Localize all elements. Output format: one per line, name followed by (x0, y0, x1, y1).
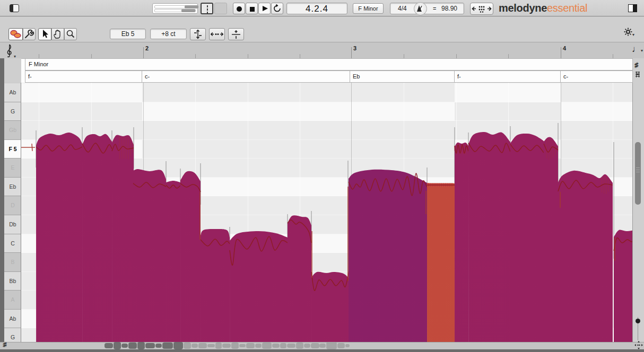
note-cents-field[interactable]: +8 ct (150, 29, 187, 39)
note-blob[interactable] (558, 171, 613, 342)
piano-key[interactable]: Ab (4, 310, 21, 329)
note-blob-body[interactable] (311, 272, 349, 342)
waveform-lump (337, 343, 345, 348)
metronome-click-button[interactable] (201, 3, 213, 14)
piano-key[interactable]: G (4, 328, 21, 342)
chord-cell[interactable]: c- (142, 71, 350, 83)
note-editor-grid[interactable] (21, 83, 633, 342)
wrench-tool-button[interactable] (23, 28, 36, 40)
note-pitch-field[interactable]: Eb 5 (110, 29, 146, 39)
metronome-icon[interactable] (414, 2, 427, 15)
stop-button[interactable] (246, 3, 258, 14)
note-blob-body[interactable] (82, 134, 112, 342)
level-sliders[interactable] (152, 3, 198, 14)
note-blob-body[interactable] (614, 230, 633, 342)
pitch-grid-button[interactable]: ♯♯ (3, 341, 5, 348)
chord-cell[interactable]: f- (25, 71, 142, 83)
note-blob[interactable] (180, 171, 201, 342)
correct-pitch-macro-button[interactable] (190, 28, 206, 40)
note-blob[interactable] (82, 134, 112, 342)
note-blob-body[interactable] (112, 135, 134, 342)
note-blob-body[interactable] (468, 132, 510, 342)
note-blob-body[interactable] (230, 231, 288, 342)
key-button[interactable]: F Minor (353, 3, 384, 14)
piano-key[interactable]: Gb (4, 121, 21, 140)
note-blob[interactable] (544, 137, 558, 342)
chord-track-button[interactable]: ♯♯ (634, 61, 636, 69)
note-blob-body[interactable] (427, 182, 455, 342)
vertical-scrollbar[interactable] (635, 142, 641, 205)
slider-handle[interactable] (185, 5, 198, 8)
piano-key[interactable]: E (4, 159, 21, 178)
zoom-tool-button[interactable] (64, 28, 77, 40)
playback-level-slider[interactable] (154, 5, 196, 8)
clef-button[interactable]: ▾ (5, 44, 21, 58)
note-blob[interactable] (133, 169, 166, 342)
time-signature[interactable]: 4/4 (398, 5, 407, 12)
tempo-value[interactable]: 98.90 (441, 5, 457, 12)
chord-cell[interactable]: f- (455, 71, 561, 83)
chord-cell[interactable]: c- (561, 71, 633, 83)
note-blob-body[interactable] (349, 170, 427, 342)
piano-key[interactable]: C (4, 234, 21, 253)
piano-key[interactable]: Eb (4, 178, 21, 197)
vertical-zoom-handle[interactable] (636, 319, 640, 323)
blob-tool-button[interactable] (8, 28, 23, 40)
melodyne-window: 4.2.4 F Minor 4/4 = 98.90 melodyneessent… (0, 0, 644, 352)
pointer-tool-button[interactable] (38, 28, 51, 40)
spare-toggle-button[interactable] (214, 3, 227, 14)
piano-key[interactable]: G (4, 102, 21, 121)
key-track[interactable]: F Minor (25, 58, 633, 71)
note-blob-body[interactable] (36, 133, 82, 342)
monitor-level-slider[interactable] (154, 9, 196, 12)
chord-cell[interactable]: Eb (350, 71, 455, 83)
note-blob[interactable] (468, 132, 510, 342)
note-blob-body[interactable] (510, 134, 544, 342)
note-blob-body[interactable] (180, 171, 201, 342)
piano-key[interactable]: D (4, 196, 21, 215)
note-blob[interactable] (614, 230, 633, 342)
slider-handle[interactable] (181, 9, 195, 12)
note-blob-body[interactable] (455, 143, 468, 342)
scroll-zoom-button[interactable] (634, 341, 643, 349)
note-blob[interactable] (427, 182, 455, 342)
note-blob-body[interactable] (558, 171, 613, 342)
autostretch-button[interactable] (470, 3, 493, 15)
chord-grid-button[interactable] (634, 71, 641, 80)
piano-key[interactable]: A (4, 291, 21, 310)
note-blob-body[interactable] (166, 181, 180, 342)
cycle-button[interactable] (271, 3, 283, 14)
note-blob[interactable] (112, 135, 134, 342)
note-blob[interactable] (36, 133, 82, 342)
note-blob[interactable] (455, 143, 468, 342)
play-button[interactable] (258, 3, 271, 14)
note-blob[interactable] (510, 134, 544, 342)
piano-key[interactable]: Db (4, 215, 21, 234)
note-blob-body[interactable] (544, 137, 558, 342)
quantize-time-macro-button[interactable] (209, 28, 225, 40)
note-blob[interactable] (349, 170, 427, 342)
waveform-lump (280, 343, 286, 348)
note-value-button[interactable]: ♩▾ (632, 44, 643, 58)
piano-key[interactable]: Bb (4, 272, 21, 291)
note-blob-body[interactable] (288, 215, 311, 342)
note-blob[interactable] (311, 271, 349, 342)
time-ruler[interactable]: ▾ 234 ♩▾ (0, 43, 644, 58)
panel-toggle-icon[interactable] (628, 4, 637, 12)
note-blob-body[interactable] (201, 229, 230, 342)
tempo-field[interactable]: 4/4 = 98.90 (390, 3, 464, 14)
piano-key[interactable]: Ab (4, 83, 21, 102)
position-display[interactable]: 4.2.4 (286, 3, 347, 14)
note-blob[interactable] (166, 181, 180, 342)
note-blob[interactable] (230, 231, 288, 342)
piano-key[interactable]: B (4, 253, 21, 272)
piano-key[interactable]: F 5 (4, 140, 21, 159)
record-button[interactable] (233, 3, 245, 14)
note-separation-button[interactable] (228, 28, 244, 40)
note-blob-body[interactable] (133, 169, 166, 342)
settings-gear-button[interactable]: ▾ (624, 28, 638, 39)
sidebar-toggle-icon[interactable] (10, 4, 19, 12)
hand-tool-button[interactable] (51, 28, 64, 40)
note-blob[interactable] (201, 229, 230, 342)
note-blob[interactable] (288, 215, 311, 342)
